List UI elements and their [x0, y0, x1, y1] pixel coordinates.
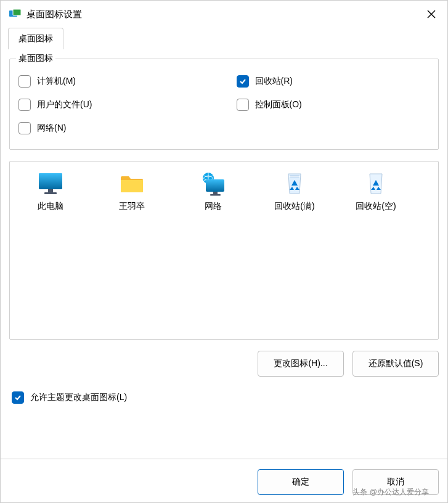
checkbox-label: 允许主题更改桌面图标(L): [30, 392, 127, 403]
checkbox-icon: [18, 99, 31, 111]
checkbox-control-panel[interactable]: 控制面板(O): [237, 99, 430, 111]
recycle-bin-empty-icon: [362, 171, 389, 196]
checkbox-recycle-bin[interactable]: 回收站(R): [237, 75, 430, 88]
checkbox-label: 控制面板(O): [255, 99, 302, 110]
svg-rect-11: [210, 194, 221, 196]
icon-user-folder[interactable]: 王羽卒: [99, 169, 165, 215]
svg-rect-6: [48, 189, 53, 192]
restore-default-button[interactable]: 还原默认值(S): [352, 351, 439, 377]
tab-bar: 桌面图标: [1, 28, 447, 50]
icon-label: 回收站(空): [356, 201, 396, 212]
window-title: 桌面图标设置: [26, 9, 424, 20]
checkbox-computer[interactable]: 计算机(M): [18, 75, 212, 88]
svg-rect-10: [213, 192, 218, 194]
monitor-icon: [37, 171, 64, 196]
checkbox-icon: [18, 122, 31, 134]
titlebar: 桌面图标设置: [1, 1, 447, 28]
desktop-icons-group: 桌面图标 计算机(M) 回收站(R): [9, 59, 439, 150]
checkbox-label: 回收站(R): [255, 76, 293, 87]
svg-rect-9: [206, 179, 224, 192]
network-monitor-icon: [200, 171, 227, 196]
icon-recycle-bin-full[interactable]: 回收站(满): [261, 169, 328, 215]
checkbox-label: 计算机(M): [37, 76, 76, 87]
close-button[interactable]: [424, 7, 439, 22]
icon-label: 网络: [205, 201, 222, 212]
svg-rect-12: [289, 176, 300, 177]
checkbox-icon: [237, 99, 249, 111]
icon-this-pc[interactable]: 此电脑: [17, 169, 84, 215]
checkbox-allow-themes[interactable]: 允许主题更改桌面图标(L): [12, 391, 439, 404]
recycle-bin-full-icon: [281, 171, 308, 196]
cancel-button[interactable]: 取消: [352, 469, 439, 495]
group-legend: 桌面图标: [16, 53, 55, 64]
dialog-footer: 确定 取消: [1, 459, 447, 495]
checkbox-user-files[interactable]: 用户的文件(U): [18, 99, 212, 111]
checkbox-icon: [237, 75, 249, 88]
checkbox-label: 用户的文件(U): [37, 99, 92, 110]
svg-rect-1: [13, 9, 21, 15]
close-icon: [427, 10, 436, 18]
icon-label: 回收站(满): [274, 201, 314, 212]
folder-icon: [118, 171, 145, 196]
app-icon: [9, 9, 22, 19]
ok-button[interactable]: 确定: [258, 469, 344, 495]
tab-desktop-icons[interactable]: 桌面图标: [8, 28, 63, 49]
icon-network[interactable]: 网络: [180, 169, 246, 215]
icon-preview-list: 此电脑 王羽卒: [9, 161, 439, 340]
change-icon-button[interactable]: 更改图标(H)...: [258, 351, 344, 377]
checkbox-icon: [18, 75, 31, 88]
icon-recycle-bin-empty[interactable]: 回收站(空): [343, 169, 409, 215]
checkbox-network[interactable]: 网络(N): [18, 122, 212, 134]
checkbox-label: 网络(N): [37, 123, 66, 134]
icon-label: 此电脑: [38, 201, 63, 212]
svg-rect-5: [39, 173, 62, 189]
svg-rect-7: [44, 192, 57, 194]
icon-label: 王羽卒: [119, 201, 145, 212]
checkbox-icon: [12, 391, 24, 404]
